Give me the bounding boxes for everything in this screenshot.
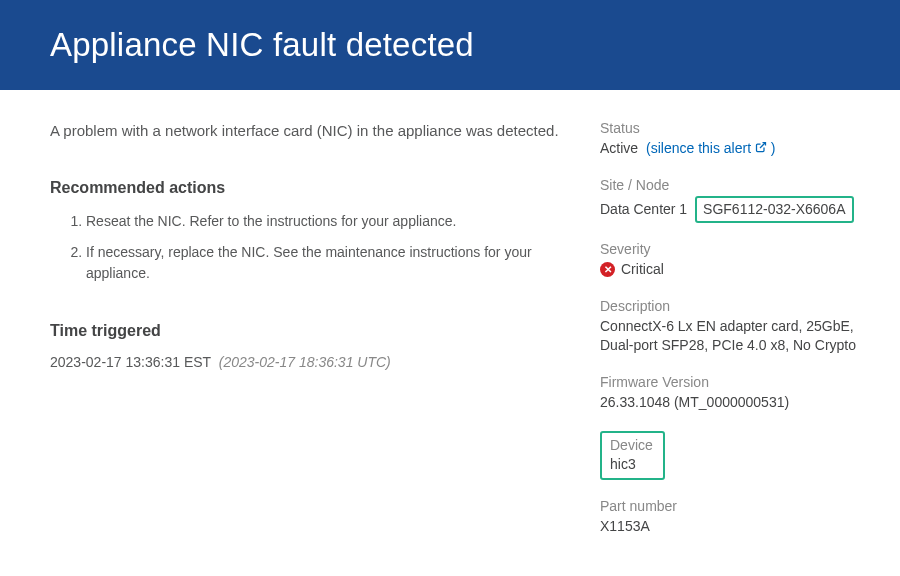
critical-icon: ✕ <box>600 262 615 277</box>
status-value: Active <box>600 140 638 156</box>
recommended-actions-list: Reseat the NIC. Refer to the instruction… <box>50 211 560 284</box>
site-node-label: Site / Node <box>600 177 880 193</box>
recommended-actions-heading: Recommended actions <box>50 179 560 197</box>
status-value-row: Active (silence this alert ) <box>600 139 880 159</box>
status-label: Status <box>600 120 880 136</box>
time-triggered-heading: Time triggered <box>50 322 560 340</box>
content-area: A problem with a network interface card … <box>0 90 900 555</box>
site-node-block: Site / Node Data Center 1 SGF6112-032-X6… <box>600 177 880 224</box>
firmware-block: Firmware Version 26.33.1048 (MT_00000005… <box>600 374 880 413</box>
silence-alert-link[interactable]: (silence this alert ) <box>646 140 776 156</box>
site-node-value: Data Center 1 SGF6112-032-X6606A <box>600 196 880 224</box>
firmware-value: 26.33.1048 (MT_0000000531) <box>600 393 880 413</box>
description-value: ConnectX-6 Lx EN adapter card, 25GbE, Du… <box>600 317 880 356</box>
severity-value: Critical <box>621 260 664 280</box>
severity-value-row: ✕ Critical <box>600 260 880 280</box>
site-value: Data Center 1 <box>600 201 687 217</box>
device-value: hic3 <box>610 455 653 475</box>
device-highlight-box: Device hic3 <box>600 431 665 481</box>
main-column: A problem with a network interface card … <box>50 120 600 555</box>
action-item: Reseat the NIC. Refer to the instruction… <box>86 211 560 232</box>
description-label: Description <box>600 298 880 314</box>
sidebar: Status Active (silence this alert ) Site… <box>600 120 880 555</box>
part-number-value: X1153A <box>600 517 880 537</box>
part-number-label: Part number <box>600 498 880 514</box>
time-local: 2023-02-17 13:36:31 EST <box>50 354 211 370</box>
action-item: If necessary, replace the NIC. See the m… <box>86 242 560 284</box>
severity-block: Severity ✕ Critical <box>600 241 880 280</box>
problem-description: A problem with a network interface card … <box>50 120 560 143</box>
node-value: SGF6112-032-X6606A <box>695 196 853 224</box>
silence-link-text: silence this alert <box>651 140 751 156</box>
part-number-block: Part number X1153A <box>600 498 880 537</box>
status-block: Status Active (silence this alert ) <box>600 120 880 159</box>
device-block: Device hic3 <box>600 431 880 481</box>
time-triggered-value: 2023-02-17 13:36:31 EST (2023-02-17 18:3… <box>50 354 560 370</box>
firmware-label: Firmware Version <box>600 374 880 390</box>
description-block: Description ConnectX-6 Lx EN adapter car… <box>600 298 880 356</box>
svg-line-0 <box>760 143 766 149</box>
severity-label: Severity <box>600 241 880 257</box>
page-title: Appliance NIC fault detected <box>50 26 474 64</box>
device-label: Device <box>610 437 653 453</box>
page-header: Appliance NIC fault detected <box>0 0 900 90</box>
external-link-icon <box>755 139 767 159</box>
time-utc: (2023-02-17 18:36:31 UTC) <box>219 354 391 370</box>
